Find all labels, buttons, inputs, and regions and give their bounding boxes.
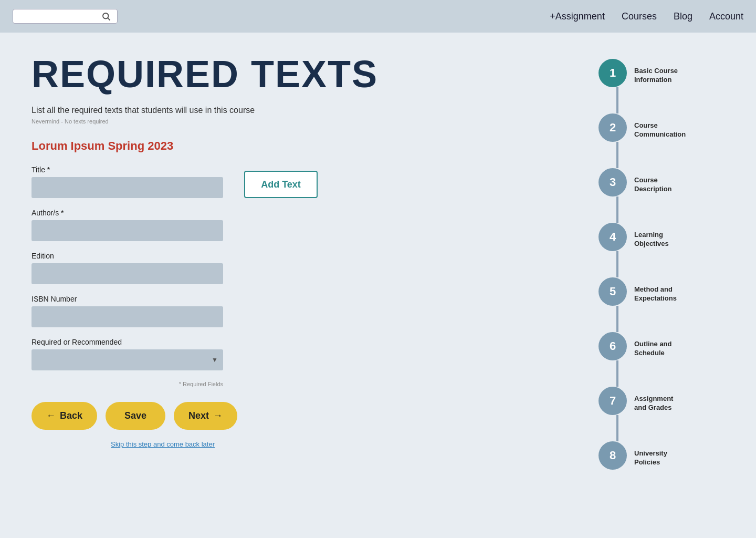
- svg-point-0: [103, 13, 109, 19]
- step-circle-4: 4: [598, 223, 627, 251]
- course-title: Lorum Ipsum Spring 2023: [32, 139, 578, 153]
- title-input[interactable]: [32, 177, 223, 198]
- nav-add-assignment[interactable]: +Assignment: [550, 11, 605, 22]
- step-label-2: CourseCommunication: [634, 121, 686, 139]
- title-group: Title *: [32, 165, 223, 198]
- step-circle-6: 6: [598, 332, 627, 360]
- edition-input[interactable]: [32, 263, 223, 284]
- required-recommended-group: Required or Recommended Required Recomme…: [32, 338, 223, 370]
- step-label-7: Assignmentand Grades: [634, 395, 673, 412]
- step-label-4: LearningObjectives: [634, 231, 669, 249]
- add-text-area: Add Text: [244, 165, 318, 198]
- page-title: REQUIRED TEXTS: [32, 54, 578, 95]
- nav-courses[interactable]: Courses: [622, 11, 657, 22]
- step-row-3[interactable]: 3CourseDescription: [598, 168, 672, 196]
- step-row-6[interactable]: 6Outline andSchedule: [598, 332, 672, 360]
- stepper-sidebar: 1Basic CourseInformation2CourseCommunica…: [598, 54, 724, 470]
- authors-label: Author/s *: [32, 209, 223, 217]
- nav-account[interactable]: Account: [709, 11, 743, 22]
- step-row-4[interactable]: 4LearningObjectives: [598, 223, 669, 251]
- step-row-5[interactable]: 5Method andExpectations: [598, 277, 677, 306]
- page-subtitle: List all the required texts that student…: [32, 106, 578, 115]
- content-area: REQUIRED TEXTS List all the required tex…: [32, 54, 578, 470]
- title-label: Title *: [32, 165, 223, 174]
- step-label-3: CourseDescription: [634, 176, 672, 194]
- step-connector-7: [616, 415, 618, 441]
- back-arrow-icon: ←: [46, 410, 56, 421]
- step-connector-4: [616, 251, 618, 277]
- svg-line-1: [108, 18, 110, 20]
- step-connector-5: [616, 306, 618, 332]
- required-recommended-label: Required or Recommended: [32, 338, 223, 346]
- back-label: Back: [60, 410, 82, 421]
- step-row-7[interactable]: 7Assignmentand Grades: [598, 387, 673, 415]
- add-text-button[interactable]: Add Text: [244, 171, 318, 198]
- next-button[interactable]: Next →: [174, 402, 237, 430]
- edition-group: Edition: [32, 252, 223, 284]
- isbn-label: ISBN Number: [32, 295, 223, 303]
- step-label-6: Outline andSchedule: [634, 340, 672, 358]
- nevermind-text: Nevermind - No texts required: [32, 118, 578, 125]
- required-fields-note: * Required Fields: [32, 381, 223, 387]
- main-nav: +Assignment Courses Blog Account: [550, 11, 743, 22]
- step-circle-1: 1: [598, 59, 627, 87]
- step-row-8[interactable]: 8UniversityPolicies: [598, 441, 667, 470]
- skip-link[interactable]: Skip this step and come back later: [32, 440, 294, 448]
- step-circle-7: 7: [598, 387, 627, 415]
- step-connector-2: [616, 142, 618, 168]
- edition-label: Edition: [32, 252, 223, 260]
- nav-buttons: ← Back Save Next →: [32, 402, 578, 430]
- next-arrow-icon: →: [213, 410, 223, 421]
- step-label-8: UniversityPolicies: [634, 449, 667, 467]
- isbn-input[interactable]: [32, 306, 223, 327]
- authors-input[interactable]: [32, 220, 223, 241]
- next-label: Next: [188, 410, 209, 421]
- nav-blog[interactable]: Blog: [674, 11, 692, 22]
- step-circle-5: 5: [598, 277, 627, 306]
- step-connector-1: [616, 87, 618, 113]
- step-connector-3: [616, 196, 618, 223]
- save-button[interactable]: Save: [106, 402, 165, 430]
- required-recommended-select[interactable]: Required Recommended: [32, 349, 223, 370]
- header: +Assignment Courses Blog Account: [0, 0, 756, 33]
- step-circle-3: 3: [598, 168, 627, 196]
- isbn-group: ISBN Number: [32, 295, 223, 327]
- step-circle-8: 8: [598, 441, 627, 470]
- step-circle-2: 2: [598, 113, 627, 142]
- search-icon: [101, 12, 111, 21]
- form-and-add: Title * Author/s * Edition ISBN Number: [32, 165, 578, 387]
- search-box[interactable]: [13, 9, 118, 24]
- main-container: REQUIRED TEXTS List all the required tex…: [0, 33, 756, 491]
- select-wrapper: Required Recommended: [32, 349, 223, 370]
- step-row-2[interactable]: 2CourseCommunication: [598, 113, 686, 142]
- step-row-1[interactable]: 1Basic CourseInformation: [598, 59, 678, 87]
- back-button[interactable]: ← Back: [32, 402, 97, 430]
- step-connector-6: [616, 360, 618, 387]
- authors-group: Author/s *: [32, 209, 223, 241]
- search-input[interactable]: [17, 12, 101, 20]
- step-label-1: Basic CourseInformation: [634, 67, 678, 85]
- form-fields: Title * Author/s * Edition ISBN Number: [32, 165, 223, 387]
- step-label-5: Method andExpectations: [634, 285, 677, 303]
